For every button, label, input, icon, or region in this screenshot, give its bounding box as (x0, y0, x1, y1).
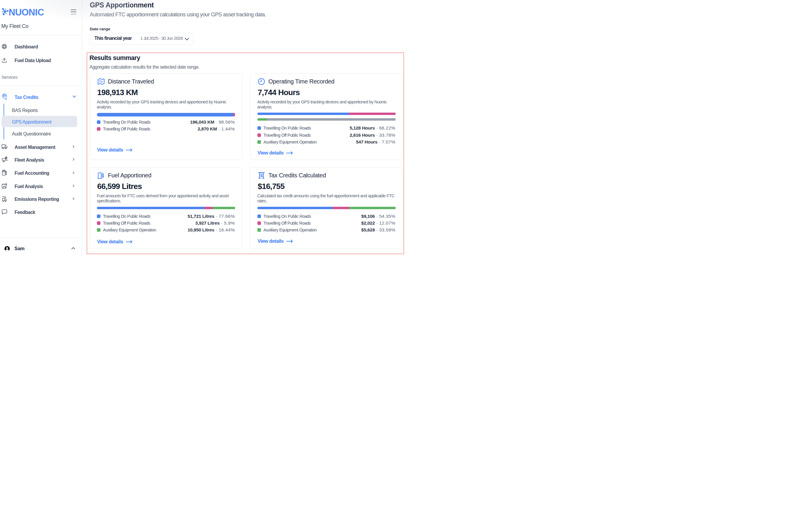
svg-text:$: $ (5, 97, 7, 100)
svg-text:$: $ (6, 183, 7, 186)
